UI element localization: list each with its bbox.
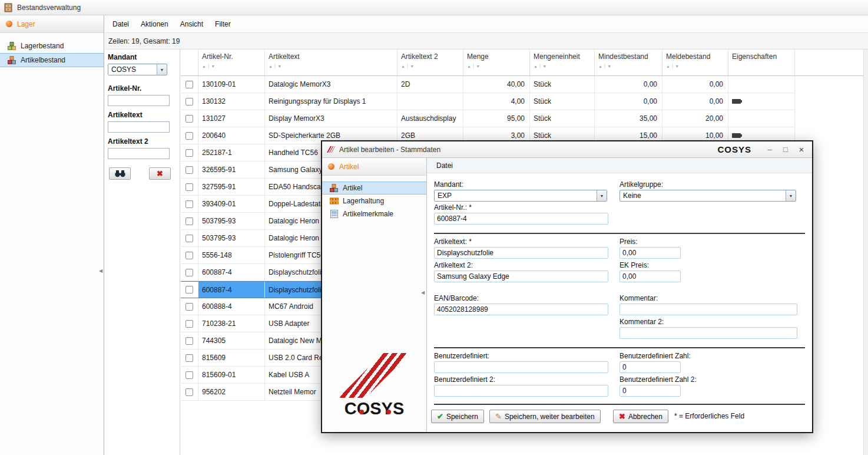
row-checkbox[interactable] (185, 235, 193, 242)
sort-desc-icon[interactable]: ▼ (607, 64, 611, 68)
sidebar-collapse-handle[interactable]: ◀ (99, 268, 102, 273)
sort-control[interactable]: ▲|▼ (269, 63, 393, 69)
header-artikeltext2[interactable]: Artikeltext 2 ▲|▼ (397, 50, 463, 75)
sidebar-group-lager[interactable]: Lager (0, 15, 104, 33)
row-checkbox[interactable] (185, 371, 193, 379)
sort-asc-icon[interactable]: ▲ (534, 64, 538, 68)
header-eigenschaften[interactable]: Eigenschaften (728, 50, 795, 75)
menu-aktionen[interactable]: Aktionen (135, 15, 174, 33)
benutzerdefiniert-zahl2-input[interactable] (619, 385, 681, 397)
sort-desc-icon[interactable]: ▼ (277, 64, 281, 68)
sort-desc-icon[interactable]: ▼ (675, 64, 679, 68)
sort-control[interactable]: ▲|▼ (534, 63, 591, 69)
menu-datei[interactable]: Datei (107, 15, 135, 33)
ekpreis-input[interactable] (619, 271, 681, 282)
table-row[interactable]: 130109-01 Datalogic MemorX3 2D 40,00 Stü… (181, 76, 795, 93)
row-checkbox[interactable] (185, 337, 193, 345)
sort-asc-icon[interactable]: ▲ (401, 64, 405, 68)
artikelnr-filter-input[interactable] (108, 95, 170, 106)
cosys-logo-dot (386, 410, 391, 414)
row-checkbox[interactable] (185, 269, 193, 276)
minimize-button[interactable]: – (764, 145, 776, 154)
vertical-scrollbar[interactable] (863, 50, 868, 455)
row-checkbox[interactable] (185, 388, 193, 396)
ean-input[interactable] (434, 304, 608, 315)
table-row[interactable]: 131027 Display MemorX3 Austauschdisplay … (181, 110, 795, 127)
benutzerdefiniert-zahl-input[interactable] (619, 361, 681, 373)
dropdown-arrow-icon[interactable]: ▼ (157, 64, 167, 75)
sort-desc-icon[interactable]: ▼ (542, 64, 546, 68)
sort-control[interactable]: ▲|▼ (666, 63, 724, 69)
row-checkbox[interactable] (185, 166, 193, 174)
sort-control[interactable]: ▲|▼ (202, 63, 261, 69)
dialog-menu-datei[interactable]: Datei (430, 158, 459, 173)
kommentar-input[interactable] (619, 304, 797, 315)
row-checkbox[interactable] (185, 252, 193, 259)
row-checkbox-cell (181, 384, 198, 400)
sort-desc-icon[interactable]: ▼ (211, 64, 215, 68)
benutzerdefiniert2-input[interactable] (434, 385, 608, 397)
row-checkbox[interactable] (185, 183, 193, 191)
artikelnr-input[interactable] (434, 213, 608, 225)
sort-desc-icon[interactable]: ▼ (410, 64, 414, 68)
mandant-select[interactable]: COSYS ▼ (108, 64, 167, 75)
header-mindestbestand[interactable]: Mindestbestand ▲|▼ (595, 50, 662, 75)
row-checkbox[interactable] (185, 286, 193, 294)
close-button[interactable]: × (796, 144, 807, 154)
speichern-button[interactable]: ✔ Speichern (431, 410, 484, 423)
sort-asc-icon[interactable]: ▲ (467, 64, 471, 68)
sort-asc-icon[interactable]: ▲ (666, 64, 670, 68)
dialog-nav-group-artikel[interactable]: Artikel (322, 158, 426, 176)
sort-asc-icon[interactable]: ▲ (202, 64, 206, 68)
dialog-nav-collapse-handle[interactable]: ◀ (421, 290, 425, 295)
row-checkbox[interactable] (185, 354, 193, 362)
abbrechen-button[interactable]: ✖ Abbrechen (613, 410, 668, 423)
row-checkbox[interactable] (185, 132, 193, 140)
dialog-nav-artikel[interactable]: Artikel (322, 182, 426, 194)
sort-separator: | (274, 63, 276, 69)
sidebar-item-artikelbestand[interactable]: Artikelbestand (0, 53, 104, 67)
sort-asc-icon[interactable]: ▲ (598, 64, 602, 68)
artikeltext-filter-input[interactable] (108, 121, 170, 133)
sort-control[interactable]: ▲|▼ (467, 63, 526, 69)
header-mengeneinheit[interactable]: Mengeneinheit ▲|▼ (530, 50, 595, 75)
header-meldebestand[interactable]: Meldebestand ▲|▼ (662, 50, 728, 75)
row-checkbox[interactable] (185, 303, 193, 311)
preis-input[interactable] (619, 247, 681, 259)
row-checkbox[interactable] (185, 98, 193, 105)
menu-ansicht[interactable]: Ansicht (174, 15, 209, 33)
sort-control[interactable]: ▲|▼ (401, 63, 459, 69)
dialog-nav-lagerhaltung[interactable]: Lagerhaltung (322, 194, 426, 207)
row-checkbox[interactable] (185, 320, 193, 328)
sort-desc-icon[interactable]: ▼ (476, 64, 480, 68)
row-checkbox[interactable] (185, 81, 193, 88)
artikelgruppe-select[interactable]: Keine ▼ (619, 190, 796, 202)
header-artikel-nr[interactable]: Artikel-Nr. ▲|▼ (198, 50, 265, 75)
mandant-select[interactable]: EXP ▼ (434, 190, 607, 202)
dialog-icon (327, 146, 335, 153)
header-artikeltext[interactable]: Artikeltext ▲|▼ (265, 50, 397, 75)
dialog-titlebar[interactable]: Artikel bearbeiten - Stammdaten COSYS – … (322, 141, 812, 158)
row-checkbox[interactable] (185, 149, 193, 157)
maximize-button[interactable]: □ (780, 145, 791, 154)
kommentar2-input[interactable] (619, 327, 797, 339)
row-checkbox[interactable] (185, 115, 193, 123)
row-checkbox[interactable] (185, 200, 193, 208)
sort-asc-icon[interactable]: ▲ (269, 64, 273, 68)
sidebar-item-lagerbestand[interactable]: Lagerbestand (0, 39, 104, 53)
row-checkbox[interactable] (185, 217, 193, 225)
benutzerdefiniert-input[interactable] (434, 361, 608, 373)
clear-filter-button[interactable]: ✖ (149, 167, 171, 180)
dialog-nav-artikelmerkmale[interactable]: Artikelmerkmale (322, 207, 426, 220)
speichern-weiter-button[interactable]: ✎ Speichern, weiter bearbeiten (489, 410, 601, 423)
menu-filter[interactable]: Filter (209, 15, 237, 33)
sort-control[interactable]: ▲|▼ (598, 63, 658, 69)
search-button[interactable] (109, 167, 131, 180)
dropdown-arrow-icon[interactable]: ▼ (597, 190, 607, 201)
header-menge[interactable]: Menge ▲|▼ (463, 50, 530, 75)
artikeltext2-input[interactable] (434, 271, 608, 282)
artikeltext-input[interactable] (434, 247, 608, 259)
table-row[interactable]: 130132 Reinigungsspray für Displays 1 4,… (181, 93, 795, 110)
artikeltext2-filter-input[interactable] (108, 148, 170, 159)
dropdown-arrow-icon[interactable]: ▼ (786, 190, 796, 201)
